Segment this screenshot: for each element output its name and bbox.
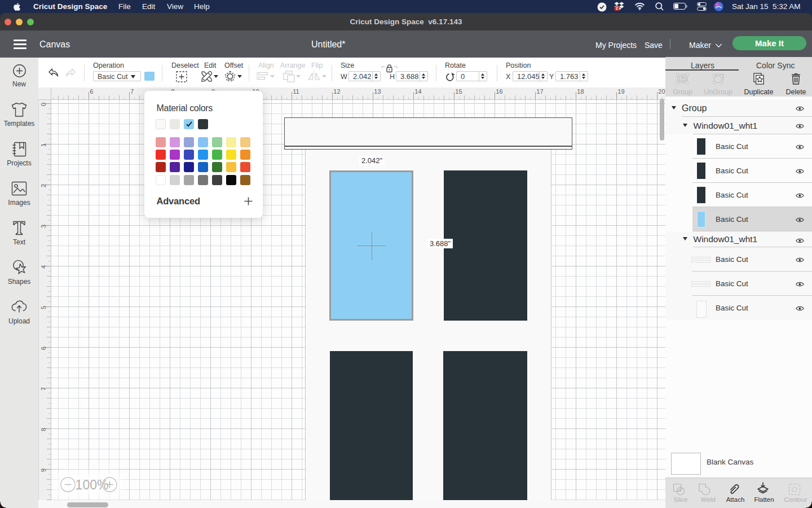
svg-text:2: 2 <box>616 6 618 10</box>
